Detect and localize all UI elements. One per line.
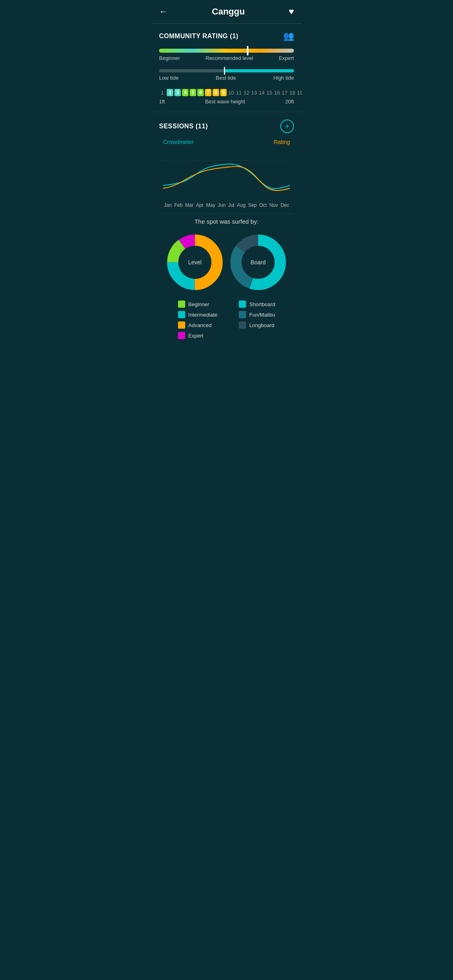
wave-num-6: 6 xyxy=(197,89,204,96)
intermediate-label: Intermediate xyxy=(188,312,217,318)
community-rating-section: COMMUNITY RATING (1) 👥 Beginner Recommen… xyxy=(151,24,302,112)
skill-label-expert: Expert xyxy=(279,55,294,61)
page-title: Canggu xyxy=(212,6,245,17)
month-nov: Nov xyxy=(269,202,278,208)
tide-fill xyxy=(224,69,294,72)
wave-num-19: 19 xyxy=(297,90,302,96)
wave-num-12: 12 xyxy=(243,90,250,96)
wave-num-3: 3 xyxy=(174,89,181,96)
community-rating-title: COMMUNITY RATING (1) xyxy=(159,33,238,40)
beginner-dot xyxy=(178,301,185,308)
skill-label-beginner: Beginner xyxy=(159,55,180,61)
intermediate-dot xyxy=(178,311,185,318)
legend-expert: Expert xyxy=(178,332,217,339)
month-may: May xyxy=(206,202,215,208)
tide-label-low: Low tide xyxy=(159,75,178,81)
wave-num-5: 5 xyxy=(190,89,196,96)
wave-label-best: Best wave height xyxy=(205,99,245,105)
tide-labels: Low tide Best tide High tide xyxy=(159,75,294,81)
skill-labels: Beginner Recommended level Expert xyxy=(159,55,294,61)
wave-num-8: 8 xyxy=(213,89,219,96)
rating-label: Rating xyxy=(274,139,290,145)
wave-num-14: 14 xyxy=(259,90,265,96)
advanced-label: Advanced xyxy=(188,322,212,328)
legend-shortboard: Shortboard xyxy=(239,301,275,308)
month-dec: Dec xyxy=(281,202,289,208)
tide-label-high: High tide xyxy=(273,75,294,81)
wave-num-2: 2 xyxy=(167,89,173,96)
month-oct: Oct xyxy=(259,202,267,208)
beginner-label: Beginner xyxy=(188,301,209,307)
tide-label-best: Best tide xyxy=(216,75,236,81)
wave-label-min: 1ft xyxy=(159,99,165,105)
month-sep: Sep xyxy=(248,202,256,208)
tide-marker xyxy=(224,67,225,75)
wave-height-row: 1 2 3 4 5 6 7 8 9 10 11 12 13 14 15 16 1… xyxy=(159,89,294,105)
skill-indicator xyxy=(247,46,248,56)
legend-intermediate: Intermediate xyxy=(178,311,217,318)
shortboard-dot xyxy=(239,301,246,308)
chart-labels: Crowdmeter Rating xyxy=(163,139,290,145)
funmalibu-label: Fun/Malibu xyxy=(249,312,275,318)
surfed-by-title: The spot was surfed by: xyxy=(163,218,290,225)
chart-area: Crowdmeter Rating Jan Feb Mar Apr May Ju… xyxy=(159,139,294,214)
board-legend: Shortboard Fun/Malibu Longboard xyxy=(239,301,275,339)
month-apr: Apr xyxy=(196,202,204,208)
legends-row: Beginner Intermediate Advanced Expert xyxy=(163,301,290,339)
legend-beginner: Beginner xyxy=(178,301,217,308)
longboard-dot xyxy=(239,321,246,329)
shortboard-label: Shortboard xyxy=(249,301,275,307)
wave-num-9: 9 xyxy=(220,89,227,96)
skill-label-recommended: Recommended level xyxy=(205,55,253,61)
wave-num-11: 11 xyxy=(236,90,242,96)
app-header: ← Canggu ♥ xyxy=(151,0,302,24)
wave-label-max: 20ft xyxy=(285,99,294,105)
wave-num-17: 17 xyxy=(281,90,288,96)
level-donut-svg: Level xyxy=(165,232,225,292)
chart-svg xyxy=(163,147,290,199)
month-aug: Aug xyxy=(237,202,245,208)
tide-track[interactable] xyxy=(159,69,294,72)
expert-dot xyxy=(178,332,185,339)
level-legend: Beginner Intermediate Advanced Expert xyxy=(178,301,217,339)
svg-text:Board: Board xyxy=(251,259,266,266)
funmalibu-dot xyxy=(239,311,246,318)
skill-slider: Beginner Recommended level Expert xyxy=(159,49,294,61)
level-donut-wrap: Level xyxy=(165,232,225,292)
chart-months: Jan Feb Mar Apr May Jun Jul Aug Sep Oct … xyxy=(163,202,290,208)
legend-advanced: Advanced xyxy=(178,321,217,329)
add-session-button[interactable]: + xyxy=(280,119,294,133)
sessions-title: SESSIONS (11) xyxy=(159,123,208,130)
community-icon: 👥 xyxy=(283,31,294,41)
wave-num-15: 15 xyxy=(266,90,273,96)
longboard-label: Longboard xyxy=(249,322,274,328)
wave-num-18: 18 xyxy=(289,90,296,96)
skill-track[interactable] xyxy=(159,49,294,53)
board-donut-svg: Board xyxy=(228,232,288,292)
month-jan: Jan xyxy=(164,202,172,208)
back-button[interactable]: ← xyxy=(159,6,168,17)
wave-num-7: 7 xyxy=(205,89,211,96)
wave-labels: 1ft Best wave height 20ft xyxy=(159,99,294,105)
expert-label: Expert xyxy=(188,333,204,339)
wave-num-1: 1 xyxy=(159,90,165,96)
wave-numbers: 1 2 3 4 5 6 7 8 9 10 11 12 13 14 15 16 1… xyxy=(159,89,294,96)
sessions-header: SESSIONS (11) + xyxy=(159,119,294,133)
month-feb: Feb xyxy=(174,202,183,208)
wave-num-13: 13 xyxy=(251,90,257,96)
tide-slider: Low tide Best tide High tide xyxy=(159,69,294,81)
sessions-section: SESSIONS (11) + Crowdmeter Rating Jan Fe… xyxy=(151,112,302,343)
month-jun: Jun xyxy=(218,202,225,208)
community-rating-header: COMMUNITY RATING (1) 👥 xyxy=(159,31,294,41)
favorite-button[interactable]: ♥ xyxy=(289,6,294,17)
month-jul: Jul xyxy=(228,202,234,208)
donut-charts-row: Level Board xyxy=(163,232,290,292)
month-mar: Mar xyxy=(185,202,194,208)
surfed-by-section: The spot was surfed by: Level xyxy=(159,214,294,343)
advanced-dot xyxy=(178,321,185,329)
wave-num-16: 16 xyxy=(274,90,280,96)
legend-funmalibu: Fun/Malibu xyxy=(239,311,275,318)
wave-num-4: 4 xyxy=(182,89,188,96)
crowd-label: Crowdmeter xyxy=(163,139,194,145)
legend-longboard: Longboard xyxy=(239,321,275,329)
